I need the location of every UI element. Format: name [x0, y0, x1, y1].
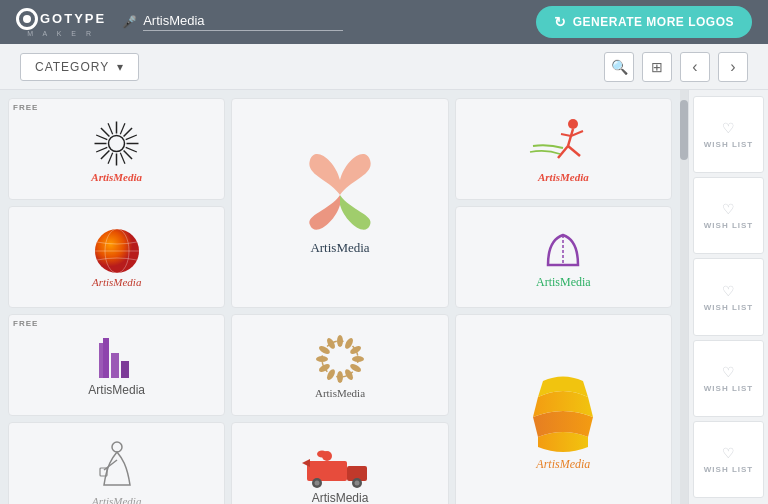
svg-point-41: [316, 356, 328, 362]
logo-brand-8: ArtisMedia: [536, 457, 590, 472]
scrollbar[interactable]: [680, 90, 688, 504]
wishlist-label-3: WISH LIST: [704, 303, 753, 312]
refresh-icon: ↻: [554, 14, 567, 30]
search-input[interactable]: [143, 13, 343, 31]
logo-grid: FREE: [0, 90, 680, 504]
logo-brand-5: ArtisMedia: [536, 275, 591, 290]
logo-card-mountain[interactable]: ArtisMedia: [455, 206, 672, 308]
category-button[interactable]: CATEGORY ▾: [20, 53, 139, 81]
logo-card-flower[interactable]: ArtisMedia: [231, 98, 448, 308]
scrollbar-thumb[interactable]: [680, 100, 688, 160]
filter-icon: ⊞: [651, 59, 663, 75]
logo-card-fashion[interactable]: ArtisMedia: [8, 422, 225, 504]
heart-icon-4: ♡: [722, 364, 735, 380]
filter-button[interactable]: ⊞: [642, 52, 672, 82]
svg-rect-29: [111, 353, 119, 378]
svg-rect-30: [121, 361, 129, 378]
chevron-down-icon: ▾: [117, 60, 124, 74]
wishlist-item-3[interactable]: ♡ WISH LIST: [693, 258, 764, 335]
svg-point-34: [349, 344, 362, 355]
heart-icon-3: ♡: [722, 283, 735, 299]
mic-icon: 🎤: [122, 15, 137, 29]
flower-svg: [300, 150, 380, 240]
sunburst-svg: [89, 116, 144, 171]
svg-point-37: [343, 367, 354, 380]
svg-line-8: [101, 127, 109, 135]
delivery-svg: [302, 441, 377, 491]
svg-line-5: [124, 127, 132, 135]
logo-text: GOTYPE: [40, 11, 106, 26]
svg-rect-47: [307, 461, 347, 481]
wishlist-item-2[interactable]: ♡ WISH LIST: [693, 177, 764, 254]
logo-card-sunburst[interactable]: FREE: [8, 98, 225, 200]
wishlist-label-5: WISH LIST: [704, 465, 753, 474]
mountain-svg: [528, 225, 598, 275]
logo-brand-2: ArtisMedia: [310, 240, 369, 256]
free-badge: FREE: [13, 103, 38, 112]
generate-logos-button[interactable]: ↻ GENERATE MORE LOGOS: [536, 6, 752, 38]
wishlist-item-5[interactable]: ♡ WISH LIST: [693, 421, 764, 498]
logo-brand-9: ArtisMedia: [92, 495, 142, 505]
buildings-svg: [89, 333, 144, 383]
svg-point-43: [325, 336, 336, 349]
globe-svg: [92, 226, 142, 276]
svg-line-18: [568, 129, 573, 146]
wishlist-sidebar: ♡ WISH LIST ♡ WISH LIST ♡ WISH LIST ♡ WI…: [688, 90, 768, 504]
prev-button[interactable]: ‹: [680, 52, 710, 82]
wishlist-label-4: WISH LIST: [704, 384, 753, 393]
chevron-left-icon: ‹: [692, 58, 697, 76]
wishlist-label-2: WISH LIST: [704, 221, 753, 230]
svg-point-38: [337, 371, 343, 383]
svg-point-0: [109, 135, 125, 151]
svg-line-10: [108, 152, 113, 163]
runner-svg: [528, 116, 598, 171]
next-button[interactable]: ›: [718, 52, 748, 82]
svg-point-35: [352, 356, 364, 362]
logo-card-globe[interactable]: ArtisMedia: [8, 206, 225, 308]
svg-point-42: [318, 344, 331, 355]
svg-point-40: [318, 362, 331, 373]
svg-point-32: [337, 335, 343, 347]
svg-line-12: [96, 135, 107, 140]
svg-point-54: [317, 451, 327, 458]
wishlist-item-1[interactable]: ♡ WISH LIST: [693, 96, 764, 173]
gold-stack-svg: [523, 367, 603, 457]
logo-card-delivery[interactable]: ArtisMedia: [231, 422, 448, 504]
search-icon: 🔍: [611, 59, 628, 75]
logo-brand-10: ArtisMedia: [312, 491, 369, 504]
toolbar: CATEGORY ▾ 🔍 ⊞ ‹ ›: [0, 44, 768, 90]
search-button[interactable]: 🔍: [604, 52, 634, 82]
svg-line-14: [108, 123, 113, 134]
svg-line-11: [126, 147, 137, 152]
svg-line-16: [96, 147, 107, 152]
free-badge-6: FREE: [13, 319, 38, 328]
category-label: CATEGORY: [35, 60, 109, 74]
logo: GOTYPE M A K E R: [16, 8, 106, 37]
logo-brand-4: ArtisMedia: [92, 276, 142, 288]
header: GOTYPE M A K E R 🎤 ↻ GENERATE MORE LOGOS: [0, 0, 768, 44]
chevron-right-icon: ›: [730, 58, 735, 76]
svg-point-17: [568, 119, 578, 129]
fashion-svg: [92, 440, 142, 495]
svg-line-6: [101, 150, 109, 158]
svg-line-22: [561, 134, 571, 136]
svg-line-7: [124, 150, 132, 158]
logo-circle: [16, 8, 38, 30]
svg-point-39: [325, 367, 336, 380]
wishlist-label-1: WISH LIST: [704, 140, 753, 149]
logo-card-wreath[interactable]: ArtisMedia: [231, 314, 448, 416]
logo-card-gold-stack[interactable]: ArtisMedia: [455, 314, 672, 504]
wishlist-item-4[interactable]: ♡ WISH LIST: [693, 340, 764, 417]
svg-point-52: [355, 481, 360, 486]
logo-card-runner[interactable]: ArtisMedia: [455, 98, 672, 200]
svg-point-33: [343, 336, 354, 349]
logo-brand-1: ArtisMedia: [91, 171, 142, 183]
logo-card-buildings[interactable]: FREE ArtisMedia: [8, 314, 225, 416]
heart-icon-1: ♡: [722, 120, 735, 136]
svg-marker-55: [302, 459, 310, 467]
svg-line-20: [568, 146, 580, 156]
wreath-svg: [310, 332, 370, 387]
generate-label: GENERATE MORE LOGOS: [573, 15, 734, 29]
svg-line-13: [120, 152, 125, 163]
toolbar-right: 🔍 ⊞ ‹ ›: [604, 52, 748, 82]
